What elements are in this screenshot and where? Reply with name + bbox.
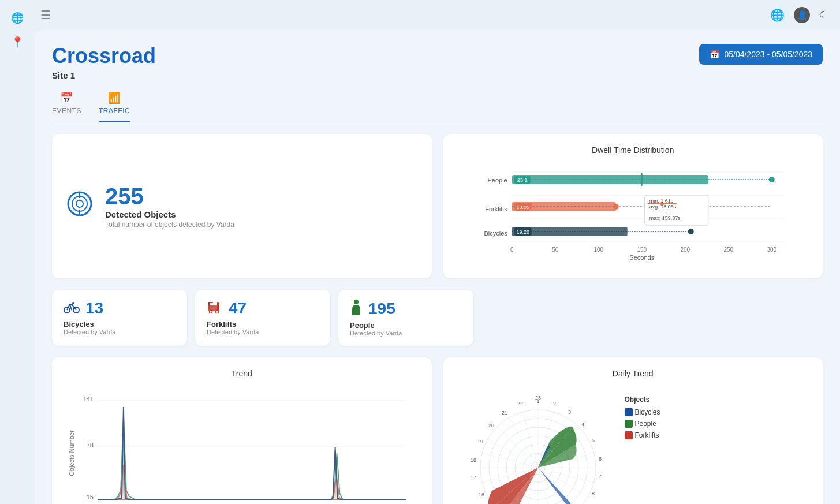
daily-radar-svg: 1 2 3 4 5 6 7 8 9 10 11 12 13 <box>457 384 619 504</box>
daily-forklifts-dot <box>625 431 633 439</box>
topbar-right: 🌐 👤 ☾ <box>770 7 828 23</box>
bicycles-num-block: 13 <box>64 299 176 318</box>
svg-text:0: 0 <box>510 247 513 253</box>
forklifts-card: 47 Forklifts Detected by Varda <box>195 290 330 346</box>
date-range-label: 05/04/2023 - 05/05/2023 <box>724 50 812 59</box>
svg-point-35 <box>688 229 693 234</box>
svg-text:min: 1.61s: min: 1.61s <box>649 198 673 204</box>
daily-forklifts-label: Forklifts <box>635 431 659 439</box>
date-range-button[interactable]: 📅 05/04/2023 - 05/05/2023 <box>699 44 823 65</box>
svg-point-49 <box>210 311 212 313</box>
svg-point-1 <box>72 196 87 211</box>
forklifts-desc: Detected by Varda <box>207 328 319 335</box>
topbar-left: ☰ <box>40 8 51 22</box>
svg-text:2: 2 <box>553 401 556 406</box>
tab-traffic-label: TRAFFIC <box>99 107 130 115</box>
bicycle-icon <box>64 300 80 317</box>
svg-text:200: 200 <box>680 247 690 253</box>
daily-title: Daily Trend <box>457 369 809 378</box>
forklifts-label: Forklifts <box>207 320 319 328</box>
svg-text:17: 17 <box>470 475 476 480</box>
menu-icon[interactable]: ☰ <box>40 8 51 22</box>
forklifts-number: 47 <box>229 299 247 318</box>
svg-point-50 <box>216 311 219 313</box>
daily-legend-bicycles: Bicycles <box>625 408 660 416</box>
svg-rect-46 <box>217 302 219 311</box>
target-icon <box>66 190 94 223</box>
tab-traffic[interactable]: 📶 TRAFFIC <box>99 92 130 122</box>
total-label: Detected Objects <box>105 210 234 219</box>
svg-text:Forklifts: Forklifts <box>485 206 507 212</box>
people-number: 195 <box>368 300 395 318</box>
user-avatar[interactable]: 👤 <box>794 7 810 23</box>
svg-text:150: 150 <box>637 247 647 253</box>
people-card: 195 People Detected by Varda <box>338 290 473 346</box>
svg-text:19.28: 19.28 <box>516 229 529 235</box>
globe-topbar-icon[interactable]: 🌐 <box>770 8 785 22</box>
daily-legend-forklifts: Forklifts <box>625 431 660 439</box>
svg-text:Bicycles: Bicycles <box>484 230 507 237</box>
bicycles-number: 13 <box>85 299 103 318</box>
svg-text:20: 20 <box>488 423 494 428</box>
daily-legend-people: People <box>625 420 660 428</box>
tab-events-label: EVENTS <box>52 107 81 115</box>
people-label: People <box>350 321 462 330</box>
daily-trend-card: Daily Trend <box>443 357 823 504</box>
svg-rect-48 <box>208 302 213 303</box>
svg-point-44 <box>72 302 74 304</box>
total-stat-block: 255 Detected Objects Total number of obj… <box>105 184 234 229</box>
tabs: 📅 EVENTS 📶 TRAFFIC <box>52 92 823 122</box>
daily-legend-title: Objects <box>625 395 660 404</box>
total-desc: Total number of objects detected by Vard… <box>105 221 234 229</box>
svg-text:22: 22 <box>517 401 522 406</box>
daily-people-label: People <box>635 420 656 428</box>
dwell-chart-title: Dwell Time Distribution <box>457 145 809 155</box>
total-number: 255 <box>105 184 234 210</box>
tab-events[interactable]: 📅 EVENTS <box>52 92 81 122</box>
bottom-row: Trend 141 78 15 Objects Number Apr 9 <box>52 357 823 504</box>
svg-text:18.05: 18.05 <box>516 204 529 210</box>
svg-text:max: 159.37s: max: 159.37s <box>649 215 681 221</box>
svg-text:Objects Number: Objects Number <box>68 430 75 476</box>
svg-text:avg: 18.05s: avg: 18.05s <box>649 204 676 210</box>
svg-text:141: 141 <box>83 395 94 402</box>
globe-icon[interactable]: 🌐 <box>11 12 24 24</box>
people-num-block: 195 <box>350 299 462 319</box>
svg-text:16: 16 <box>478 492 484 498</box>
svg-text:18: 18 <box>470 457 476 463</box>
dwell-chart-svg: People Forklifts Bicycles 0 50 100 150 2… <box>457 160 809 264</box>
topbar: ☰ 🌐 👤 ☾ <box>35 0 840 30</box>
person-icon <box>350 299 363 319</box>
bicycles-desc: Detected by Varda <box>64 328 176 335</box>
svg-text:23: 23 <box>535 395 540 401</box>
main-content: ☰ 🌐 👤 ☾ Crossroad Site 1 📅 05/04/2023 - … <box>35 0 840 504</box>
trend-card: Trend 141 78 15 Objects Number Apr 9 <box>52 357 432 504</box>
forklifts-num-block: 47 <box>207 299 319 318</box>
total-detected-card: 255 Detected Objects Total number of obj… <box>52 134 432 278</box>
svg-point-25 <box>768 177 774 182</box>
trend-title: Trend <box>66 369 418 378</box>
dwell-time-card: Dwell Time Distribution People Forklifts… <box>443 134 823 278</box>
people-desc: Detected by Varda <box>350 330 462 337</box>
bicycles-card: 13 Bicycles Detected by Varda <box>52 290 187 346</box>
page-title: Crossroad <box>52 44 156 68</box>
svg-text:5: 5 <box>592 438 595 443</box>
svg-text:Seconds: Seconds <box>629 254 654 261</box>
svg-text:7: 7 <box>599 473 602 479</box>
events-icon: 📅 <box>60 92 73 104</box>
daily-bicycles-dot <box>625 408 633 416</box>
svg-text:250: 250 <box>723 247 733 253</box>
svg-text:100: 100 <box>593 247 603 253</box>
svg-point-51 <box>354 300 359 304</box>
map-pin-icon[interactable]: 📍 <box>11 36 24 48</box>
sub-cards-row: 13 Bicycles Detected by Varda <box>52 290 473 346</box>
page-subtitle: Site 1 <box>52 70 156 80</box>
theme-toggle[interactable]: ☾ <box>819 9 828 21</box>
cards-row-top: 255 Detected Objects Total number of obj… <box>52 134 823 278</box>
svg-text:6: 6 <box>599 456 602 462</box>
svg-text:25.1: 25.1 <box>517 177 527 183</box>
page-header: Crossroad Site 1 📅 05/04/2023 - 05/05/20… <box>52 44 823 80</box>
daily-bicycles-label: Bicycles <box>635 408 660 416</box>
svg-point-2 <box>76 200 83 207</box>
forklift-icon <box>207 300 223 317</box>
